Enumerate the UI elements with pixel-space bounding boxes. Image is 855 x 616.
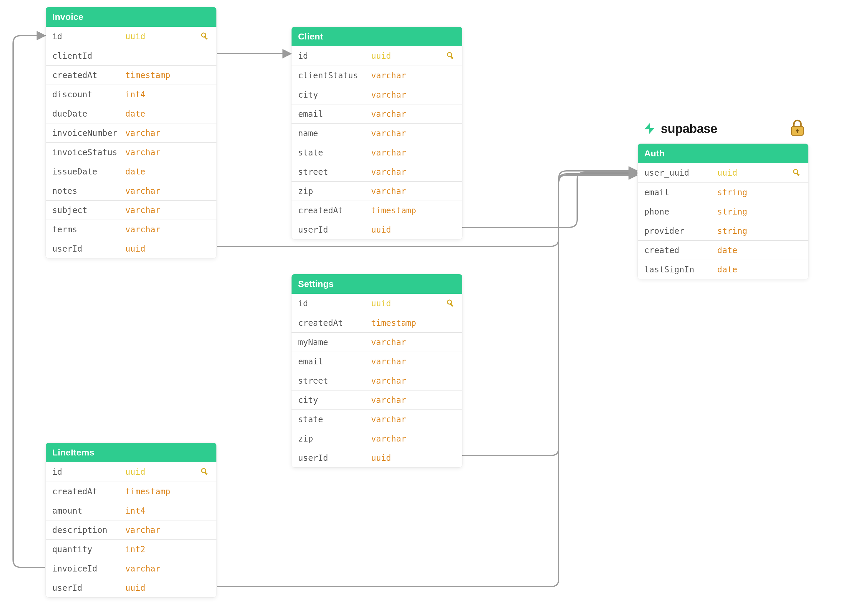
table-row[interactable]: invoiceIdvarchar xyxy=(46,559,216,578)
table-row[interactable]: createdAttimestamp xyxy=(291,313,462,332)
table-client[interactable]: Client iduuidclientStatusvarcharcityvarc… xyxy=(291,27,462,239)
table-row[interactable]: iduuid xyxy=(291,46,462,66)
rel-client-userid-to-auth xyxy=(462,172,636,227)
table-row[interactable]: notesvarchar xyxy=(46,181,216,200)
table-row[interactable]: quantityint2 xyxy=(46,540,216,559)
table-header: Invoice xyxy=(46,7,216,27)
supabase-logo-icon xyxy=(642,122,656,136)
column-name: city xyxy=(298,395,371,405)
table-invoice[interactable]: Invoice iduuidclientIdcreatedAttimestamp… xyxy=(46,7,216,258)
table-title: Auth xyxy=(644,148,665,158)
table-row[interactable]: termsvarchar xyxy=(46,220,216,239)
table-row[interactable]: discountint4 xyxy=(46,84,216,104)
table-row[interactable]: userIduuid xyxy=(46,578,216,597)
column-name: email xyxy=(298,109,371,119)
table-settings[interactable]: Settings iduuidcreatedAttimestampmyNamev… xyxy=(291,274,462,467)
column-name: street xyxy=(298,376,371,386)
column-name: zip xyxy=(298,434,371,443)
column-type: varchar xyxy=(125,147,198,157)
table-row[interactable]: emailstring xyxy=(638,182,808,202)
table-row[interactable]: invoiceStatusvarchar xyxy=(46,142,216,162)
table-row[interactable]: statevarchar xyxy=(291,410,462,429)
table-row[interactable]: userIduuid xyxy=(46,239,216,258)
table-row[interactable]: emailvarchar xyxy=(291,104,462,124)
column-name: email xyxy=(644,188,717,197)
column-name: discount xyxy=(52,90,125,99)
table-row[interactable]: zipvarchar xyxy=(291,429,462,448)
supabase-wordmark: supabase xyxy=(661,122,717,136)
table-row[interactable]: phonestring xyxy=(638,202,808,221)
column-name: city xyxy=(298,90,371,100)
table-row[interactable]: myNamevarchar xyxy=(291,332,462,352)
column-name: userId xyxy=(298,225,371,235)
column-type: timestamp xyxy=(371,318,444,328)
table-row[interactable]: lastSignIndate xyxy=(638,260,808,279)
table-row[interactable]: zipvarchar xyxy=(291,181,462,200)
column-type: varchar xyxy=(371,90,444,100)
primary-key-icon xyxy=(201,467,210,477)
column-name: zip xyxy=(298,186,371,196)
table-row[interactable]: subjectvarchar xyxy=(46,200,216,220)
column-name: state xyxy=(298,414,371,424)
table-row[interactable]: amountint4 xyxy=(46,501,216,520)
column-type: varchar xyxy=(371,186,444,196)
table-row[interactable]: createdAttimestamp xyxy=(46,481,216,501)
table-row[interactable]: providerstring xyxy=(638,221,808,240)
rel-lineitems-invoiceid-to-invoice-id xyxy=(13,36,45,567)
column-type: uuid xyxy=(717,168,790,178)
column-type: varchar xyxy=(371,167,444,177)
column-name: userId xyxy=(298,453,371,463)
svg-rect-22 xyxy=(797,131,798,133)
column-type: varchar xyxy=(371,414,444,424)
column-name: lastSignIn xyxy=(644,265,717,275)
table-row[interactable]: createdAttimestamp xyxy=(291,200,462,220)
table-row[interactable]: statevarchar xyxy=(291,143,462,162)
table-header: Client xyxy=(291,27,462,46)
table-row[interactable]: cityvarchar xyxy=(291,85,462,104)
table-row[interactable]: createdAttimestamp xyxy=(46,65,216,84)
table-row[interactable]: invoiceNumbervarchar xyxy=(46,123,216,142)
column-name: amount xyxy=(52,506,125,516)
pk-slot xyxy=(444,51,456,61)
column-type: uuid xyxy=(371,453,444,463)
pk-slot xyxy=(444,299,456,308)
column-name: myName xyxy=(298,337,371,347)
table-row[interactable]: clientStatusvarchar xyxy=(291,66,462,85)
column-type: uuid xyxy=(125,31,198,41)
table-row[interactable]: iduuid xyxy=(46,462,216,481)
column-type: uuid xyxy=(371,225,444,235)
table-row[interactable]: issueDatedate xyxy=(46,162,216,181)
table-row[interactable]: streetvarchar xyxy=(291,371,462,390)
column-name: invoiceStatus xyxy=(52,147,125,157)
column-type: uuid xyxy=(371,51,444,61)
column-name: subject xyxy=(52,205,125,215)
table-row[interactable]: iduuid xyxy=(291,294,462,313)
table-header: LineItems xyxy=(46,443,216,462)
column-name: user_uuid xyxy=(644,168,717,178)
table-row[interactable]: userIduuid xyxy=(291,448,462,467)
table-row[interactable]: descriptionvarchar xyxy=(46,520,216,540)
table-row[interactable]: user_uuiduuid xyxy=(638,163,808,182)
table-row[interactable]: streetvarchar xyxy=(291,162,462,181)
primary-key-icon xyxy=(446,299,456,308)
column-type: uuid xyxy=(371,298,444,308)
table-row[interactable]: userIduuid xyxy=(291,220,462,239)
column-name: dueDate xyxy=(52,109,125,119)
table-row[interactable]: clientId xyxy=(46,46,216,65)
table-row[interactable]: dueDatedate xyxy=(46,104,216,123)
column-type: varchar xyxy=(371,434,444,443)
column-name: userId xyxy=(52,583,125,593)
table-row[interactable]: emailvarchar xyxy=(291,352,462,371)
table-auth[interactable]: Auth user_uuiduuidemailstringphonestring… xyxy=(638,144,808,279)
column-type: date xyxy=(125,109,198,119)
table-row[interactable]: namevarchar xyxy=(291,124,462,143)
column-type: string xyxy=(717,207,790,217)
supabase-brand: supabase xyxy=(642,122,717,136)
table-lineitems[interactable]: LineItems iduuidcreatedAttimestampamount… xyxy=(46,443,216,597)
column-name: terms xyxy=(52,225,125,234)
table-row[interactable]: createddate xyxy=(638,240,808,260)
column-type: varchar xyxy=(371,337,444,347)
lock-icon xyxy=(788,118,807,137)
table-row[interactable]: cityvarchar xyxy=(291,390,462,410)
table-row[interactable]: iduuid xyxy=(46,27,216,46)
